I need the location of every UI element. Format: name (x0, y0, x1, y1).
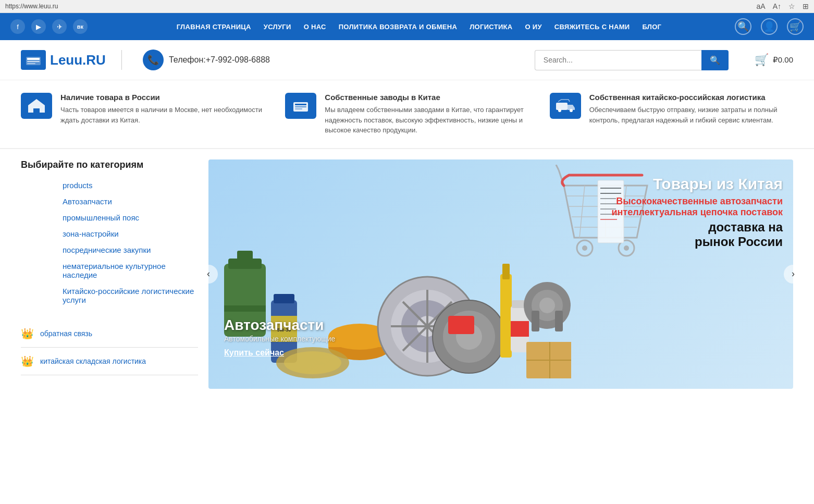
sidebar-title: Выбирайте по категориям (21, 159, 198, 170)
sidebar-services: 👑 обратная связь 👑 китайская складская л… (21, 320, 198, 375)
svg-rect-41 (511, 321, 529, 337)
split-view-icon[interactable]: ⊞ (803, 2, 809, 10)
cart-amount: ₽0.00 (773, 55, 793, 65)
feature-logistics-desc: Обеспечиваем быструю отправку, низкие за… (589, 105, 793, 125)
svg-rect-36 (502, 264, 510, 279)
browser-url: https://www.leuu.ru (5, 3, 58, 10)
header: Leuu.RU 📞 Телефон:+7-992-098-6888 🔍 🛒 ₽0… (0, 40, 814, 80)
sidebar-categories: products Автозапчасти промышленный пояс … (21, 181, 198, 304)
svg-rect-6 (295, 104, 306, 105)
sidebar-cat-auto[interactable]: Автозапчасти (63, 197, 198, 206)
nav-services[interactable]: УСЛУГИ (264, 23, 291, 31)
cart-section[interactable]: 🛒 ₽0.00 (755, 53, 793, 67)
svg-rect-17 (274, 294, 294, 303)
logo-text: Leuu.RU (50, 52, 106, 68)
carousel-bottom-info: Автозапчасти Автомобильные комплектующие… (224, 317, 335, 358)
truck-icon (550, 93, 581, 119)
feature-logistics: Собственная китайско-российская логистик… (550, 93, 793, 136)
sidebar-cat-cultural[interactable]: нематериальное культурное наследие (63, 262, 198, 279)
factory-icon (285, 93, 316, 119)
features-section: Наличие товара в России Часть товаров им… (0, 80, 814, 149)
nav-about[interactable]: О НАС (304, 23, 326, 31)
nav-logistics[interactable]: ЛОГИСТИКА (470, 23, 512, 31)
facebook-icon[interactable]: f (10, 19, 25, 34)
svg-point-11 (570, 109, 573, 112)
sidebar-cat-procurement[interactable]: посреднические закупки (63, 245, 198, 254)
sidebar-cat-industrial[interactable]: промышленный пояс (63, 213, 198, 222)
svg-rect-14 (237, 251, 253, 261)
feedback-icon: 👑 (21, 327, 34, 340)
feedback-label: обратная связь (40, 329, 92, 338)
feature-stock-desc: Часть товаров имеется в наличии в Москве… (60, 105, 264, 125)
social-links: f ▶ ✈ вк (10, 19, 88, 34)
search-nav-icon[interactable]: 🔍 (735, 18, 751, 35)
feature-factory-desc: Мы владеем собственными заводами в Китае… (325, 105, 528, 136)
carousel-subtitle-black: доставка нарынок России (611, 220, 783, 250)
svg-line-54 (579, 186, 585, 238)
buy-now-button[interactable]: Купить сейчас (224, 348, 284, 358)
svg-rect-1 (27, 58, 40, 60)
youtube-icon[interactable]: ▶ (31, 19, 46, 34)
carousel-area: 5W-30 (198, 149, 793, 399)
feature-logistics-title: Собственная китайско-российская логистик… (589, 93, 793, 102)
sidebar-cat-products[interactable]: products (63, 181, 198, 190)
warehouse-icon (21, 93, 52, 119)
svg-rect-4 (34, 109, 39, 113)
sidebar: Выбирайте по категориям products Автозап… (21, 149, 198, 399)
carousel-next-button[interactable]: › (784, 265, 803, 284)
phone-icon: 📞 (143, 50, 164, 70)
cart-icon: 🛒 (755, 53, 769, 67)
search-section: 🔍 (535, 50, 729, 70)
svg-rect-9 (556, 103, 568, 110)
feature-factory: Собственные заводы в Китае Мы владеем со… (285, 93, 528, 136)
cart-nav-icon[interactable]: 🛒 (787, 18, 804, 35)
carousel-product-title: Автозапчасти (224, 317, 335, 334)
phone-section: 📞 Телефон:+7-992-098-6888 (143, 50, 519, 70)
text-size-icon[interactable]: aA (757, 2, 766, 10)
user-nav-icon[interactable]: 👤 (761, 18, 778, 35)
svg-rect-49 (555, 311, 563, 331)
svg-rect-3 (27, 63, 35, 64)
svg-point-10 (558, 109, 561, 112)
carousel-prev-button[interactable]: ‹ (199, 265, 218, 284)
sidebar-cat-chinarus[interactable]: Китайско-российские логистические услуги (63, 287, 198, 304)
svg-point-47 (539, 298, 555, 313)
bookmark-icon[interactable]: ☆ (788, 2, 795, 10)
nav-contact[interactable]: СВЯЖИТЕСЬ С НАМИ (554, 23, 630, 31)
search-button[interactable]: 🔍 (701, 50, 729, 70)
feature-stock-title: Наличие товара в России (60, 93, 264, 102)
svg-rect-34 (448, 316, 474, 334)
svg-rect-35 (500, 274, 512, 358)
feature-logistics-text: Собственная китайско-российская логистик… (589, 93, 793, 125)
feature-stock-text: Наличие товара в России Часть товаров им… (60, 93, 264, 125)
svg-rect-7 (295, 106, 306, 107)
carousel-wrapper: 5W-30 (208, 159, 793, 389)
nav-policy[interactable]: ПОЛИТИКА ВОЗВРАТА И ОБМЕНА (339, 23, 457, 31)
sidebar-cat-zone[interactable]: зона-настройки (63, 229, 198, 238)
search-input[interactable] (535, 50, 701, 70)
reader-icon[interactable]: A↑ (773, 2, 781, 10)
carousel-subtitle-red: Высококачественные автозапчастиинтеллект… (611, 196, 783, 218)
telegram-icon[interactable]: ✈ (52, 19, 67, 34)
nav-home[interactable]: ГЛАВНАЯ СТРАНИЦА (177, 23, 251, 31)
warehouse-service-label: китайская складская логистика (40, 357, 146, 365)
svg-rect-2 (27, 61, 40, 62)
vk-icon[interactable]: вк (73, 19, 88, 34)
main-content: Выбирайте по категориям products Автозап… (0, 149, 814, 399)
sidebar-service-feedback[interactable]: 👑 обратная связь (21, 320, 198, 348)
feature-factory-title: Собственные заводы в Китае (325, 93, 528, 102)
carousel-product-subtitle: Автомобильные комплектующие (224, 335, 335, 343)
nav-actions: 🔍 👤 🛒 (735, 18, 804, 35)
phone-number: Телефон:+7-992-098-6888 (169, 55, 270, 65)
svg-rect-48 (532, 311, 539, 331)
nav-links: ГЛАВНАЯ СТРАНИЦА УСЛУГИ О НАС ПОЛИТИКА В… (103, 23, 735, 31)
sidebar-service-warehouse[interactable]: 👑 китайская складская логистика (21, 348, 198, 375)
nav-oiu[interactable]: О ИУ (525, 23, 541, 31)
nav-blog[interactable]: БЛОГ (642, 23, 661, 31)
logo[interactable]: Leuu.RU (21, 50, 122, 70)
feature-stock: Наличие товара в России Часть товаров им… (21, 93, 264, 136)
feature-factory-text: Собственные заводы в Китае Мы владеем со… (325, 93, 528, 136)
browser-bar: https://www.leuu.ru aA A↑ ☆ ⊞ (0, 0, 814, 13)
logo-icon (21, 50, 46, 70)
warehouse-service-icon: 👑 (21, 355, 34, 367)
